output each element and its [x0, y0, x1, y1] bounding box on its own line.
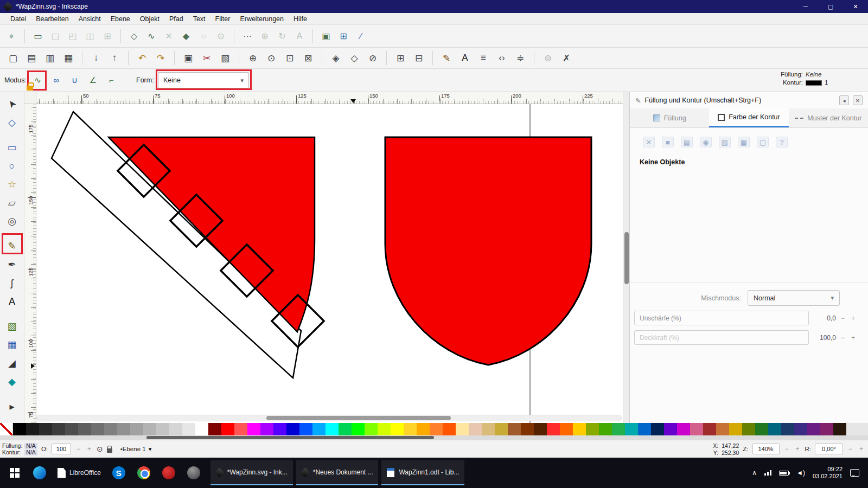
find-replace[interactable]: ⊚ [539, 50, 557, 66]
right-shield-shape[interactable] [385, 137, 591, 365]
palette-swatch[interactable] [456, 423, 469, 435]
text-dialog[interactable]: A [456, 50, 474, 66]
box3d-tool[interactable]: ▱ [3, 194, 21, 211]
palette-swatch[interactable] [833, 423, 846, 435]
snap-bbox-edge-midpoints[interactable]: ◫ [82, 28, 98, 44]
tab-f-llung[interactable]: Füllung [630, 108, 709, 127]
new-document[interactable]: ▢ [4, 50, 22, 66]
menu-bearbeiten[interactable]: Bearbeiten [31, 15, 73, 23]
palette-swatch[interactable] [716, 423, 729, 435]
menu-datei[interactable]: Datei [5, 15, 31, 23]
more-tools[interactable]: ▸ [3, 398, 21, 415]
palette-swatch[interactable] [508, 423, 521, 435]
layer-visibility-icon[interactable]: ⊙ [97, 445, 103, 453]
red-app-taskbar-icon[interactable] [157, 461, 180, 485]
palette-swatch[interactable] [781, 423, 794, 435]
palette-swatch[interactable] [560, 423, 573, 435]
palette-swatch[interactable] [26, 423, 39, 435]
node-tool[interactable]: ◇ [3, 114, 21, 131]
clock[interactable]: 09:22 03.02.2021 [813, 466, 843, 480]
palette-swatch[interactable] [495, 423, 508, 435]
palette-swatch[interactable] [521, 423, 534, 435]
palette-swatch[interactable] [404, 423, 417, 435]
zoom-page[interactable]: ⊡ [281, 50, 298, 66]
paste[interactable]: ▧ [216, 50, 234, 66]
rotation-field[interactable]: 0,00° [815, 444, 843, 454]
palette-none-swatch[interactable] [0, 423, 13, 435]
text-tool[interactable]: A [3, 293, 21, 310]
unlink-clone[interactable]: ⊘ [364, 50, 381, 66]
duplicate[interactable]: ◈ [327, 50, 344, 66]
snap-paths[interactable]: ∿ [143, 28, 159, 44]
mode-paraxial[interactable]: ⌐ [104, 73, 119, 87]
snap-cusp-nodes[interactable]: ◆ [178, 28, 194, 44]
zoom-selection[interactable]: ⊠ [299, 50, 317, 66]
menu-erweiterungen[interactable]: Erweiterungen [235, 15, 289, 23]
snap-guides[interactable]: ∕ [353, 28, 369, 44]
palette-swatch[interactable] [703, 423, 716, 435]
swatch-paint[interactable]: ▦ [738, 137, 750, 147]
palette-swatch[interactable] [534, 423, 547, 435]
canvas-area[interactable]: 5075100125150175200225 17515012510075 [24, 92, 623, 423]
palette-swatch[interactable] [52, 423, 65, 435]
palette-swatch[interactable] [378, 423, 391, 435]
rotation-minus-button[interactable]: − [847, 445, 854, 453]
taskbar-window-1[interactable]: *WapZinn.svg - Ink... [210, 460, 293, 485]
speaker-icon[interactable]: ◄) [796, 469, 805, 477]
palette-swatch[interactable] [469, 423, 482, 435]
snap-others[interactable]: ⋯ [239, 28, 256, 44]
blur-slider[interactable]: Unschärfe (%) [634, 311, 809, 325]
palette-swatch[interactable] [599, 423, 612, 435]
palette-swatch[interactable] [586, 423, 599, 435]
open-document[interactable]: ▤ [23, 50, 40, 66]
palette-swatch[interactable] [156, 423, 169, 435]
gray-app-taskbar-icon[interactable] [182, 461, 205, 485]
palette-scrollbar-handle[interactable] [146, 436, 434, 439]
palette-swatch[interactable] [625, 423, 638, 435]
tab-farbe-der-kontur[interactable]: Farbe der Kontur [709, 108, 788, 127]
snap-object-centers[interactable]: ⊕ [257, 28, 273, 44]
paint-help[interactable]: ? [776, 137, 788, 147]
palette-swatch[interactable] [612, 423, 625, 435]
palette-swatch[interactable] [664, 423, 677, 435]
snap-page-border[interactable]: ▣ [318, 28, 334, 44]
menu-text[interactable]: Text [188, 15, 210, 23]
taskbar-window-2[interactable]: *Neues Dokument ... [296, 460, 379, 485]
ellipse-tool[interactable]: ○ [3, 157, 21, 175]
palette-swatch[interactable] [547, 423, 560, 435]
blur-minus-button[interactable]: − [839, 314, 846, 322]
menu-filter[interactable]: Filter [210, 15, 235, 23]
palette-swatch[interactable] [182, 423, 195, 435]
blur-value[interactable]: 0,0 [812, 314, 836, 322]
snap-path-intersections[interactable]: ✕ [161, 28, 177, 44]
panel-dock-button[interactable]: ◂ [839, 95, 849, 105]
palette-swatch[interactable] [339, 423, 352, 435]
palette-swatch[interactable] [221, 423, 234, 435]
snap-bbox-edges[interactable]: ▢ [47, 28, 63, 44]
snap-rotation-centers[interactable]: ↻ [274, 28, 290, 44]
star-tool[interactable]: ☆ [3, 176, 21, 193]
drawing-surface[interactable] [36, 104, 623, 423]
palette-swatch[interactable] [820, 423, 833, 435]
palette-swatch[interactable] [247, 423, 260, 435]
panel-close-button[interactable]: ✕ [853, 95, 863, 105]
palette-swatch[interactable] [143, 423, 156, 435]
snap-bbox-centers[interactable]: ⊞ [99, 28, 116, 44]
start-button[interactable] [3, 461, 26, 485]
status-fill-stroke[interactable]: Füllung: N/A Kontur: N/A [2, 443, 37, 455]
menu-pfad[interactable]: Pfad [164, 15, 188, 23]
battery-icon[interactable] [779, 471, 789, 476]
pattern[interactable]: ▨ [719, 137, 731, 147]
palette-swatch[interactable] [234, 423, 247, 435]
palette-swatch[interactable] [430, 423, 443, 435]
palette-swatch[interactable] [794, 423, 807, 435]
dropper-tool[interactable]: ◢ [3, 355, 21, 372]
layer-selector[interactable]: •Ebene 1 ▾ [116, 444, 156, 454]
cut[interactable]: ✂ [198, 50, 215, 66]
palette-swatch[interactable] [208, 423, 221, 435]
pen-tool[interactable]: ʃ [3, 274, 21, 292]
opacity-minus-button[interactable]: − [75, 445, 82, 453]
create-clone[interactable]: ◇ [346, 50, 363, 66]
snap-nodes[interactable]: ◇ [126, 28, 142, 44]
horizontal-scrollbar[interactable] [36, 415, 622, 421]
